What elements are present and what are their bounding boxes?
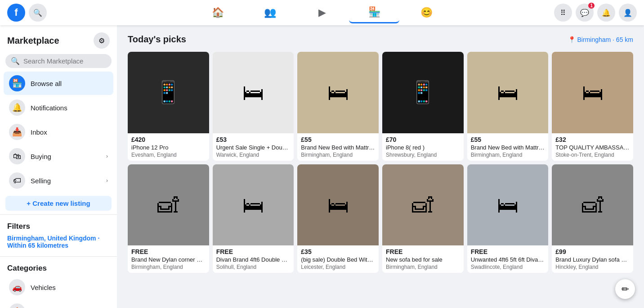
notifications-icon: 🔔 bbox=[9, 100, 25, 116]
top-navigation: f 🔍 🏠 👥 ▶ 🏪 😊 ⠿ 💬 1 🔔 👤 bbox=[0, 0, 644, 25]
location-pin-icon: 📍 bbox=[568, 36, 576, 43]
nav-groups[interactable]: 😊 bbox=[401, 2, 452, 23]
listing-card[interactable]: 🛋 FREE New sofa bed for sale Birmingham,… bbox=[382, 164, 464, 273]
create-listing-button[interactable]: + Create new listing bbox=[5, 196, 112, 211]
card-location: Evesham, England bbox=[131, 152, 206, 158]
card-image: 🛋 bbox=[382, 164, 464, 246]
card-price: £55 bbox=[471, 136, 545, 143]
listing-card[interactable]: 🛏 £53 Urgent Sale Single + Double size B… bbox=[213, 52, 294, 161]
browse-all-icon: 🏪 bbox=[9, 75, 25, 91]
card-location: Swadlincote, England bbox=[471, 264, 545, 270]
sidebar-item-browse-all[interactable]: 🏪 Browse all bbox=[4, 72, 113, 95]
card-price: FREE bbox=[216, 248, 291, 255]
main-content: Today's picks 📍 Birmingham · 65 km 📱 £42… bbox=[117, 25, 644, 308]
card-location: Birmingham, England bbox=[301, 152, 375, 158]
global-search-button[interactable]: 🔍 bbox=[29, 4, 47, 22]
gear-button[interactable]: ⚙ bbox=[94, 32, 110, 49]
card-title: iPhone 8( red ) bbox=[386, 144, 460, 151]
location-badge[interactable]: 📍 Birmingham · 65 km bbox=[568, 36, 633, 43]
sidebar-item-inbox[interactable]: 📥 Inbox bbox=[4, 120, 113, 144]
filters-title: Filters bbox=[0, 218, 117, 233]
nav-center: 🏠 👥 ▶ 🏪 😊 bbox=[192, 2, 452, 23]
sidebar-item-label: Buying bbox=[31, 153, 101, 160]
compose-button[interactable]: ✏ bbox=[615, 279, 635, 299]
create-listing-label: + Create new listing bbox=[27, 199, 90, 207]
chevron-icon: › bbox=[106, 153, 108, 159]
filter-location-text[interactable]: Birmingham, United Kingdom · Within 65 k… bbox=[0, 233, 117, 253]
card-info: £35 (big sale) Double Bed With Quality M… bbox=[297, 245, 379, 273]
categories-title: Categories bbox=[0, 260, 117, 275]
sidebar-item-label: Vehicles bbox=[31, 284, 108, 291]
sidebar-item-selling[interactable]: 🏷 Selling › bbox=[4, 169, 113, 192]
card-image: 🛏 bbox=[297, 52, 379, 133]
listings-grid-row2: 🛋 FREE Brand New Dylan corner sofa sale … bbox=[128, 164, 633, 273]
card-location: Hinckley, England bbox=[555, 264, 630, 270]
card-location: Birmingham, England bbox=[386, 264, 460, 270]
listing-card[interactable]: 🛏 £55 Brand New Bed with Mattress - Full… bbox=[467, 52, 549, 161]
account-button[interactable]: 👤 bbox=[619, 4, 637, 22]
card-location: Solihull, England bbox=[216, 264, 291, 270]
card-price: FREE bbox=[386, 248, 460, 255]
card-image: 🛏 bbox=[213, 164, 294, 246]
listing-card[interactable]: 🛏 FREE Divan Brand 4ft6 Double Bed With … bbox=[213, 164, 294, 273]
card-title: Brand Luxury Dylan sofa available With v… bbox=[555, 256, 630, 263]
card-image: 🛋 bbox=[128, 164, 209, 246]
sidebar-item-label: Selling bbox=[31, 177, 101, 185]
card-info: FREE New sofa bed for sale Birmingham, E… bbox=[382, 245, 464, 273]
divider bbox=[0, 256, 117, 257]
main-layout: Marketplace ⚙ 🔍 🏪 Browse all 🔔 Notificat… bbox=[0, 25, 644, 308]
listing-card[interactable]: 📱 £420 iPhone 12 Pro Evesham, England bbox=[128, 52, 209, 161]
card-image: 🛏 bbox=[467, 164, 549, 246]
nav-marketplace[interactable]: 🏪 bbox=[349, 2, 399, 23]
card-info: £99 Brand Luxury Dylan sofa available Wi… bbox=[552, 245, 633, 273]
card-info: FREE Divan Brand 4ft6 Double Bed With Ma… bbox=[213, 245, 294, 273]
card-price: £70 bbox=[386, 136, 460, 143]
sidebar-item-notifications[interactable]: 🔔 Notifications bbox=[4, 96, 113, 119]
card-price: £55 bbox=[301, 136, 375, 143]
chevron-icon: › bbox=[106, 177, 108, 184]
listing-card[interactable]: 🛋 FREE Brand New Dylan corner sofa sale … bbox=[128, 164, 209, 273]
sidebar-item-vehicles[interactable]: 🚗 Vehicles bbox=[4, 276, 113, 299]
card-price: £32 bbox=[555, 136, 630, 143]
inbox-icon: 📥 bbox=[9, 124, 25, 140]
card-price: £99 bbox=[555, 248, 630, 255]
listing-card[interactable]: 🛏 £55 Brand New Bed with Mattress - Full… bbox=[297, 52, 379, 161]
card-price: £35 bbox=[301, 248, 375, 255]
search-input[interactable] bbox=[23, 57, 106, 65]
listing-card[interactable]: 🛏 £35 (big sale) Double Bed With Quality… bbox=[297, 164, 379, 273]
card-price: £53 bbox=[216, 136, 291, 143]
card-location: Birmingham, England bbox=[131, 264, 206, 270]
card-title: iPhone 12 Pro bbox=[131, 144, 206, 151]
card-title: Brand New Bed with Mattress - Full Foam … bbox=[471, 144, 545, 151]
card-image: 🛋 bbox=[552, 164, 633, 246]
listing-card[interactable]: 📱 £70 iPhone 8( red ) Shrewsbury, Englan… bbox=[382, 52, 464, 161]
location-text: Birmingham · 65 km bbox=[577, 36, 633, 43]
search-container[interactable]: 🔍 bbox=[5, 54, 112, 68]
nav-friends[interactable]: 👥 bbox=[245, 2, 295, 23]
card-location: Warwick, England bbox=[216, 152, 291, 158]
property-rent-icon: 🏠 bbox=[9, 303, 25, 308]
apps-grid-button[interactable]: ⠿ bbox=[554, 4, 572, 22]
card-location: Leicester, England bbox=[301, 264, 375, 270]
facebook-logo[interactable]: f bbox=[7, 4, 25, 22]
card-location: Shrewsbury, England bbox=[386, 152, 460, 158]
search-icon: 🔍 bbox=[11, 57, 20, 65]
notifications-button[interactable]: 🔔 bbox=[597, 4, 615, 22]
buying-icon: 🛍 bbox=[9, 148, 25, 164]
sidebar-header: Marketplace ⚙ bbox=[0, 29, 117, 52]
card-info: £55 Brand New Bed with Mattress - Full F… bbox=[467, 133, 549, 161]
card-image: 📱 bbox=[128, 52, 209, 133]
listing-card[interactable]: 🛏 FREE Unwanted 4ft6 5ft 6ft Divan Beds … bbox=[467, 164, 549, 273]
card-info: £70 iPhone 8( red ) Shrewsbury, England bbox=[382, 133, 464, 161]
card-image: 🛏 bbox=[467, 52, 549, 133]
nav-video[interactable]: ▶ bbox=[297, 2, 347, 23]
card-info: FREE Unwanted 4ft6 5ft 6ft Divan Beds 0 … bbox=[467, 245, 549, 273]
sidebar-item-property-rent[interactable]: 🏠 Property for rent bbox=[4, 300, 113, 308]
nav-home[interactable]: 🏠 bbox=[192, 2, 243, 23]
sidebar-title: Marketplace bbox=[7, 36, 59, 46]
messenger-button[interactable]: 💬 1 bbox=[576, 4, 594, 22]
listing-card[interactable]: 🛏 £32 TOP QUALITY AMBASSADOR FULL DOUBLE… bbox=[552, 52, 633, 161]
card-title: Divan Brand 4ft6 Double Bed With Mattres… bbox=[216, 256, 291, 263]
sidebar-item-buying[interactable]: 🛍 Buying › bbox=[4, 145, 113, 168]
listing-card[interactable]: 🛋 £99 Brand Luxury Dylan sofa available … bbox=[552, 164, 633, 273]
